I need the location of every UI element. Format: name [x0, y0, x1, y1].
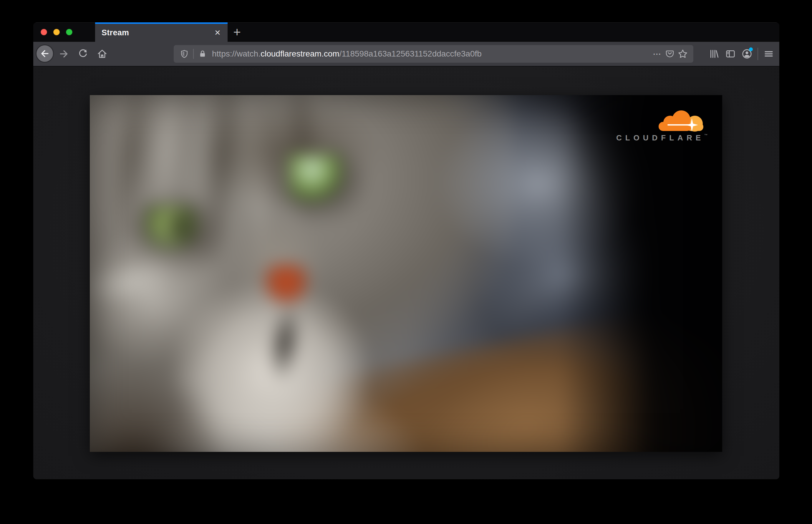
account-button[interactable]	[739, 46, 755, 62]
tab-title: Stream	[101, 28, 129, 37]
back-icon	[39, 48, 50, 59]
tab-close-icon[interactable]: ✕	[212, 27, 224, 39]
video-player[interactable]: CLOUDFLARE™	[90, 95, 722, 452]
reload-button[interactable]	[76, 47, 89, 60]
cat-nose	[264, 265, 308, 306]
lock-icon[interactable]	[196, 47, 209, 60]
back-button[interactable]	[36, 45, 54, 63]
paint-blob	[90, 365, 221, 452]
cloudflare-wordmark: CLOUDFLARE™	[608, 133, 708, 143]
tab-bar: Stream ✕ +	[33, 22, 779, 42]
reload-icon	[78, 49, 88, 59]
toolbar-right-buttons	[706, 45, 777, 63]
cat-right-eye	[289, 154, 342, 201]
url-text: https://watch.cloudflarestream.com/11859…	[212, 49, 653, 59]
page-content: CLOUDFLARE™	[33, 67, 779, 479]
cloudflare-watermark: CLOUDFLARE™	[608, 109, 708, 150]
desktop-background: Stream ✕ +	[0, 0, 812, 524]
page-actions-icon[interactable]: •••	[653, 51, 662, 56]
trademark-glyph: ™	[704, 133, 708, 137]
pocket-icon[interactable]	[663, 47, 676, 60]
minimize-window-button[interactable]	[53, 29, 60, 35]
urlbar-divider	[193, 49, 194, 59]
tracking-shield-icon[interactable]	[178, 47, 191, 60]
url-domain: cloudflarestream.com	[261, 49, 339, 58]
library-icon	[708, 48, 719, 60]
browser-window: Stream ✕ +	[33, 22, 779, 479]
url-bar[interactable]: https://watch.cloudflarestream.com/11859…	[174, 45, 693, 63]
forward-icon	[58, 48, 69, 60]
navigation-toolbar: https://watch.cloudflarestream.com/11859…	[33, 42, 779, 67]
menu-button[interactable]	[761, 46, 777, 62]
hamburger-menu-icon	[763, 48, 774, 60]
library-button[interactable]	[706, 46, 722, 62]
window-controls	[40, 29, 72, 35]
sidebar-button[interactable]	[722, 46, 739, 62]
tab-stream[interactable]: Stream ✕	[95, 22, 228, 42]
url-path: /118598a163a125631152ddaccfe3a0fb	[339, 49, 482, 58]
zoom-window-button[interactable]	[66, 29, 72, 35]
url-scheme: https://watch.	[212, 49, 261, 58]
account-notification-badge	[749, 47, 753, 51]
home-icon	[97, 48, 108, 60]
toolbar-separator	[758, 48, 758, 60]
cloudflare-cloud-icon	[656, 109, 706, 132]
bookmark-star-icon[interactable]	[676, 47, 689, 60]
close-window-button[interactable]	[40, 29, 47, 35]
forward-button[interactable]	[58, 47, 70, 60]
home-button[interactable]	[96, 47, 109, 60]
sidebar-icon	[725, 48, 736, 60]
new-tab-button[interactable]: +	[230, 24, 244, 40]
